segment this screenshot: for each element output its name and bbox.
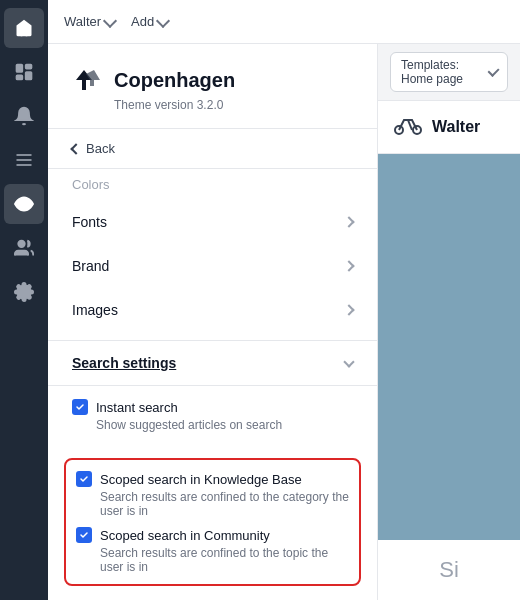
user-label: Walter: [64, 14, 101, 29]
images-chevron-icon: [343, 304, 354, 315]
scoped-community-label: Scoped search in Community: [100, 528, 270, 543]
sidebar-item-preview[interactable]: [4, 184, 44, 224]
scoped-knowledge-checkbox[interactable]: [76, 471, 92, 487]
menu-section: Fonts Brand Images: [48, 192, 377, 341]
theme-header: Copenhagen Theme version 3.2.0: [48, 44, 377, 129]
preview-header: Walter: [378, 101, 520, 154]
back-button[interactable]: Back: [48, 129, 377, 169]
search-settings-label: Search settings: [72, 355, 176, 371]
bike-icon: [394, 115, 422, 139]
preview-bottom: Si: [378, 540, 520, 600]
preview-hero-image: [378, 154, 520, 540]
svg-point-8: [18, 241, 25, 248]
add-menu[interactable]: Add: [131, 14, 168, 29]
theme-logo-icon: [72, 64, 104, 96]
sidebar: [0, 0, 48, 600]
svg-rect-1: [26, 65, 32, 69]
highlighted-options-box: Scoped search in Knowledge Base Search r…: [64, 458, 361, 586]
search-settings-chevron-icon: [343, 356, 354, 367]
fonts-chevron-icon: [343, 216, 354, 227]
instant-search-row: Instant search: [72, 398, 353, 416]
user-chevron-icon: [103, 13, 117, 27]
scoped-community-content: Scoped search in Community: [100, 526, 270, 544]
scoped-community-checkbox[interactable]: [76, 527, 92, 543]
sidebar-item-users[interactable]: [4, 228, 44, 268]
sidebar-item-settings[interactable]: [4, 272, 44, 312]
template-label: Templates: Home page: [401, 58, 484, 86]
brand-chevron-icon: [343, 260, 354, 271]
colors-placeholder: Colors: [48, 169, 377, 192]
preview-brand-name: Walter: [432, 118, 480, 136]
user-menu[interactable]: Walter: [64, 14, 115, 29]
content-area: Copenhagen Theme version 3.2.0 Back Colo…: [48, 44, 520, 600]
svg-rect-2: [26, 72, 32, 80]
images-label: Images: [72, 302, 118, 318]
scoped-knowledge-content: Scoped search in Knowledge Base: [100, 470, 302, 488]
sidebar-item-home[interactable]: [4, 8, 44, 48]
main-area: Walter Add Copenhagen: [48, 0, 520, 600]
instant-search-item: Instant search Show suggested articles o…: [72, 398, 353, 432]
sidebar-item-alerts[interactable]: [4, 96, 44, 136]
instant-search-checkbox[interactable]: [72, 399, 88, 415]
scoped-knowledge-desc: Search results are confined to the categ…: [100, 490, 349, 518]
theme-version: Theme version 3.2.0: [114, 98, 353, 112]
add-label: Add: [131, 14, 154, 29]
theme-logo-row: Copenhagen: [72, 64, 353, 96]
topbar: Walter Add: [48, 0, 520, 44]
fonts-label: Fonts: [72, 214, 107, 230]
preview-bar: Templates: Home page: [378, 44, 520, 101]
scoped-community-desc: Search results are confined to the topic…: [100, 546, 349, 574]
instant-search-content: Instant search: [96, 398, 178, 416]
svg-rect-3: [17, 75, 23, 79]
menu-item-brand[interactable]: Brand: [48, 244, 377, 288]
sidebar-item-list[interactable]: [4, 140, 44, 180]
template-chevron-icon: [487, 65, 499, 77]
preview-content: Walter Si: [378, 101, 520, 600]
scoped-community-item: Scoped search in Community Search result…: [76, 526, 349, 574]
search-settings-header[interactable]: Search settings: [48, 341, 377, 386]
svg-point-7: [22, 202, 27, 207]
instant-search-area: Instant search Show suggested articles o…: [48, 386, 377, 454]
sidebar-item-guide[interactable]: [4, 52, 44, 92]
right-panel: Templates: Home page Wa: [378, 44, 520, 600]
back-arrow-icon: [70, 143, 81, 154]
instant-search-label: Instant search: [96, 400, 178, 415]
preview-si-text: Si: [439, 557, 459, 583]
scoped-knowledge-label: Scoped search in Knowledge Base: [100, 472, 302, 487]
menu-item-fonts[interactable]: Fonts: [48, 200, 377, 244]
brand-label: Brand: [72, 258, 109, 274]
back-label: Back: [86, 141, 115, 156]
menu-item-images[interactable]: Images: [48, 288, 377, 332]
theme-title: Copenhagen: [114, 69, 235, 92]
left-panel: Copenhagen Theme version 3.2.0 Back Colo…: [48, 44, 378, 600]
scoped-knowledge-item: Scoped search in Knowledge Base Search r…: [76, 470, 349, 518]
instant-search-desc: Show suggested articles on search: [96, 418, 353, 432]
template-selector[interactable]: Templates: Home page: [390, 52, 508, 92]
scoped-knowledge-row: Scoped search in Knowledge Base: [76, 470, 349, 488]
scoped-community-row: Scoped search in Community: [76, 526, 349, 544]
add-chevron-icon: [156, 13, 170, 27]
svg-rect-0: [17, 65, 23, 73]
